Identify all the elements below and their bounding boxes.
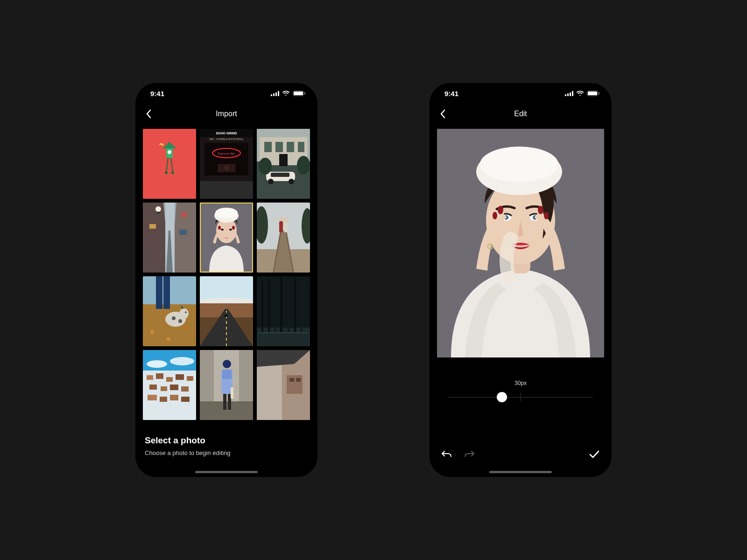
- photo-thumb-couple-pier[interactable]: [257, 203, 310, 273]
- svg-point-23: [224, 166, 229, 170]
- back-button[interactable]: [436, 107, 449, 120]
- svg-point-149: [498, 206, 503, 214]
- svg-point-76: [179, 308, 189, 319]
- confirm-button[interactable]: [588, 448, 600, 460]
- svg-point-37: [259, 158, 272, 175]
- nav-bar: Import: [135, 104, 317, 124]
- photo-thumb-concrete[interactable]: [257, 350, 310, 420]
- svg-point-43: [155, 206, 161, 212]
- svg-rect-129: [289, 378, 294, 382]
- chevron-left-icon: [146, 109, 151, 119]
- svg-point-53: [221, 229, 224, 231]
- svg-rect-109: [181, 386, 189, 392]
- svg-point-152: [544, 212, 549, 219]
- svg-point-13: [165, 171, 168, 174]
- svg-rect-46: [179, 230, 187, 235]
- photo-thumb-woman-beret[interactable]: [200, 203, 253, 273]
- svg-text:SOHO GRIND: SOHO GRIND: [216, 132, 237, 135]
- svg-rect-96: [259, 332, 308, 333]
- wifi-icon: [282, 91, 290, 96]
- svg-text:SEX · COFFEE & ROCK'N'ROLL: SEX · COFFEE & ROCK'N'ROLL: [209, 138, 244, 140]
- svg-point-77: [185, 311, 186, 313]
- undo-icon: [441, 449, 452, 459]
- chevron-left-icon: [440, 109, 445, 119]
- edit-canvas[interactable]: [437, 129, 604, 357]
- svg-rect-45: [181, 213, 187, 217]
- svg-rect-101: [147, 375, 153, 380]
- svg-rect-111: [160, 397, 167, 402]
- svg-rect-113: [181, 397, 190, 402]
- photo-thumb-dog-autumn[interactable]: [143, 276, 196, 346]
- svg-rect-89: [261, 281, 263, 332]
- svg-rect-5: [294, 91, 303, 95]
- svg-point-35: [268, 179, 274, 184]
- back-button[interactable]: [142, 107, 155, 120]
- svg-rect-31: [298, 142, 304, 152]
- svg-rect-134: [572, 91, 573, 96]
- svg-point-72: [167, 337, 170, 341]
- home-indicator[interactable]: [195, 471, 258, 473]
- svg-rect-1: [273, 93, 275, 96]
- svg-rect-92: [280, 276, 282, 332]
- status-indicators: [271, 91, 305, 96]
- battery-icon: [587, 91, 599, 96]
- photo-thumb-laneway[interactable]: [143, 203, 196, 273]
- svg-rect-122: [228, 394, 231, 410]
- svg-rect-73: [156, 276, 162, 309]
- svg-point-120: [223, 360, 231, 368]
- photo-thumb-dark-forest[interactable]: [257, 276, 310, 346]
- brush-size-label: 30px: [448, 380, 593, 386]
- photo-thumb-highway[interactable]: [200, 276, 253, 346]
- svg-rect-30: [287, 142, 294, 152]
- svg-rect-95: [301, 281, 303, 332]
- check-icon: [589, 449, 600, 459]
- svg-rect-86: [225, 315, 227, 317]
- svg-rect-64: [284, 222, 288, 232]
- svg-point-38: [297, 156, 310, 175]
- photo-grid: SOHO GRIND SEX · COFFEE & ROCK'N'ROLL Es…: [143, 129, 310, 420]
- svg-point-63: [279, 217, 283, 221]
- svg-rect-32: [279, 154, 288, 166]
- svg-rect-93: [288, 280, 289, 332]
- svg-point-150: [493, 212, 497, 219]
- photo-thumb-snowy-town[interactable]: [143, 350, 196, 420]
- photo-thumb-london-car[interactable]: [257, 129, 310, 199]
- svg-text:Espresso Bar: Espresso Bar: [217, 152, 235, 155]
- svg-point-71: [183, 325, 187, 330]
- svg-point-36: [289, 179, 294, 184]
- svg-rect-91: [275, 282, 276, 332]
- nav-bar: Edit: [430, 104, 612, 124]
- svg-rect-6: [304, 92, 305, 95]
- nav-title: Edit: [514, 110, 527, 118]
- edit-toolbar: [441, 448, 600, 460]
- svg-point-56: [232, 226, 235, 230]
- svg-point-142: [480, 147, 558, 182]
- slider-knob[interactable]: [497, 392, 507, 402]
- svg-point-65: [284, 218, 288, 222]
- home-indicator[interactable]: [489, 471, 552, 473]
- cellular-icon: [271, 91, 279, 96]
- prompt-title: Select a photo: [145, 435, 308, 446]
- svg-rect-0: [271, 94, 272, 96]
- svg-point-14: [171, 171, 174, 174]
- select-photo-prompt: Select a photo Choose a photo to begin e…: [135, 427, 317, 477]
- photo-thumb-painter[interactable]: [200, 350, 253, 420]
- photo-thumb-cuckoo-clock[interactable]: [143, 129, 196, 199]
- svg-rect-103: [166, 377, 173, 382]
- svg-rect-105: [187, 376, 193, 381]
- status-bar: 9:41: [135, 83, 317, 104]
- svg-rect-119: [222, 370, 232, 379]
- svg-rect-28: [264, 142, 272, 152]
- edit-screen: 9:41 Edit: [430, 83, 612, 477]
- photo-grid-scroll[interactable]: SOHO GRIND SEX · COFFEE & ROCK'N'ROLL Es…: [143, 129, 310, 477]
- svg-rect-94: [294, 277, 296, 332]
- svg-rect-90: [268, 278, 270, 332]
- brush-size-control: 30px: [448, 380, 593, 402]
- svg-rect-131: [565, 94, 566, 96]
- undo-button[interactable]: [441, 448, 453, 460]
- redo-button[interactable]: [463, 448, 475, 460]
- photo-thumb-soho-cafe[interactable]: SOHO GRIND SEX · COFFEE & ROCK'N'ROLL Es…: [200, 129, 253, 199]
- svg-rect-112: [170, 395, 178, 400]
- svg-rect-136: [588, 91, 597, 95]
- brush-size-slider[interactable]: [448, 392, 593, 402]
